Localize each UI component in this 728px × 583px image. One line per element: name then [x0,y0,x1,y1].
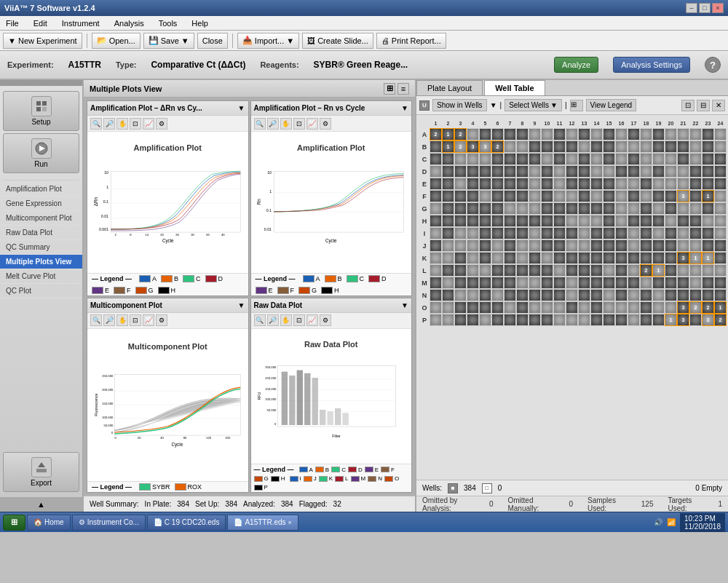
well-cell[interactable] [665,289,677,301]
sidebar-item-qc-summary[interactable]: QC Summary [0,240,82,255]
well-cell[interactable] [454,153,467,165]
well-cell[interactable] [665,227,677,239]
well-cell[interactable] [566,153,578,165]
open-button[interactable]: 📂 Open... [92,33,141,49]
zoom-in-2-icon[interactable]: 🔍 [254,118,266,130]
well-cell[interactable] [714,215,727,227]
zoom-out-icon[interactable]: 🔎 [103,118,115,130]
well-cell[interactable] [566,264,578,277]
well-cell[interactable] [578,252,590,264]
well-cell[interactable]: 3 [467,140,479,153]
well-cell[interactable] [467,277,479,289]
well-cell[interactable] [652,128,665,140]
select-wells-button[interactable]: Select Wells ▼ [505,99,562,111]
well-cell[interactable] [628,227,640,239]
well-cell[interactable] [640,140,652,153]
well-cell[interactable] [689,140,702,153]
well-cell[interactable] [714,277,727,289]
well-cell[interactable] [566,239,578,252]
zoom-in-3-icon[interactable]: 🔍 [90,314,102,326]
well-cell[interactable] [640,202,652,215]
well-cell[interactable] [467,153,479,165]
menu-file[interactable]: File [3,17,22,29]
well-cell[interactable] [491,128,504,140]
well-cell[interactable] [628,140,640,153]
well-cell[interactable] [454,202,467,215]
well-cell[interactable] [640,190,652,202]
well-cell[interactable] [516,128,529,140]
well-cell[interactable] [603,153,615,165]
well-cell[interactable]: 2 [454,128,467,140]
fit-3-icon[interactable]: ⊡ [130,314,141,326]
well-cell[interactable] [516,153,529,165]
expand-plate-icon[interactable]: ✕ [712,100,725,111]
close-button-toolbar[interactable]: Close [197,33,228,49]
well-cell[interactable] [714,153,727,165]
well-cell[interactable] [566,301,578,314]
well-cell[interactable] [652,314,665,326]
well-cell[interactable] [442,202,454,215]
well-cell[interactable] [603,190,615,202]
well-cell[interactable] [529,178,541,190]
well-cell[interactable] [454,178,467,190]
well-cell[interactable] [529,252,541,264]
well-cell[interactable] [689,202,702,215]
well-cell[interactable] [590,252,603,264]
sidebar-run-button[interactable]: Run [3,133,79,173]
well-cell[interactable] [603,128,615,140]
well-cell[interactable] [689,277,702,289]
settings-icon[interactable]: ⚙ [156,118,167,130]
task-home[interactable]: 🏠 Home [27,515,71,531]
well-cell[interactable] [541,264,553,277]
well-cell[interactable] [578,289,590,301]
well-cell[interactable]: 1 [652,264,665,277]
show-in-wells-button[interactable]: Show in Wells [432,99,487,111]
well-cell[interactable] [615,277,628,289]
well-cell[interactable] [504,140,516,153]
well-cell[interactable] [714,190,727,202]
well-cell[interactable] [442,190,454,202]
well-cell[interactable] [590,277,603,289]
well-cell[interactable] [702,165,714,178]
well-cell[interactable] [652,239,665,252]
well-cell[interactable] [430,202,442,215]
print-report-button[interactable]: 🖨 Print Report... [376,33,446,49]
well-cell[interactable]: 1 [714,301,727,314]
well-cell[interactable] [603,227,615,239]
well-cell[interactable] [640,252,652,264]
well-cell[interactable] [578,178,590,190]
well-cell[interactable] [454,227,467,239]
well-cell[interactable]: 2 [714,314,727,326]
well-cell[interactable] [529,301,541,314]
well-cell[interactable] [491,215,504,227]
well-cell[interactable] [491,301,504,314]
well-cell[interactable] [553,314,566,326]
well-cell[interactable] [640,314,652,326]
well-cell[interactable] [590,314,603,326]
well-cell[interactable] [578,202,590,215]
well-cell[interactable] [603,264,615,277]
well-cell[interactable] [603,252,615,264]
well-cell[interactable] [541,277,553,289]
well-cell[interactable] [566,165,578,178]
import-button[interactable]: 📥 Import... ▼ [237,33,299,49]
well-cell[interactable] [665,190,677,202]
well-cell[interactable] [479,153,491,165]
well-cell[interactable] [553,264,566,277]
well-cell[interactable] [516,252,529,264]
well-cell[interactable] [590,202,603,215]
zoom-out-4-icon[interactable]: 🔎 [267,314,279,326]
well-cell[interactable]: 3 [677,314,689,326]
well-cell[interactable] [467,178,479,190]
well-cell[interactable] [590,128,603,140]
well-cell[interactable] [442,178,454,190]
well-cell[interactable] [665,264,677,277]
well-cell[interactable] [590,301,603,314]
menu-edit[interactable]: Edit [31,17,50,29]
well-cell[interactable] [442,239,454,252]
well-cell[interactable] [714,289,727,301]
well-cell[interactable] [677,227,689,239]
sidebar-item-amplification[interactable]: Amplification Plot [0,182,82,197]
well-cell[interactable] [454,289,467,301]
well-cell[interactable] [578,301,590,314]
